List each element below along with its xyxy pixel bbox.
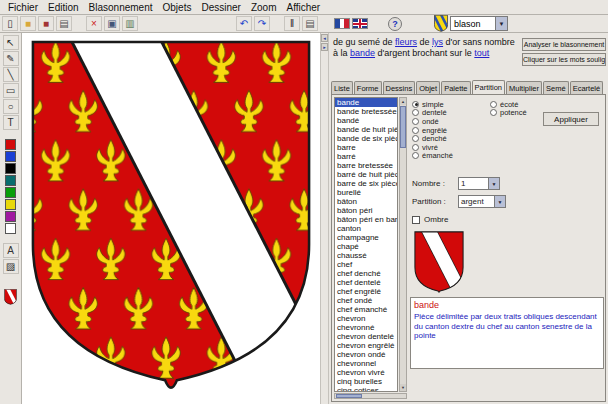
scroll-down-icon[interactable]: ▼	[400, 384, 406, 391]
list-item[interactable]: bande de huit pièces	[335, 125, 397, 134]
blazon-segment[interactable]: bande	[350, 48, 375, 58]
blazon-segment[interactable]: fleurs	[395, 37, 417, 47]
scrollbar-thumb[interactable]	[336, 394, 362, 398]
redo-icon[interactable]: ↷	[254, 16, 270, 31]
list-vertical-scrollbar[interactable]: ▲ ▼	[399, 97, 407, 392]
swatch-white[interactable]	[5, 223, 16, 234]
list-item[interactable]: barré de huit pièces	[335, 170, 397, 179]
menu-item[interactable]: Blasonnement	[84, 1, 158, 14]
line-style-radio[interactable]: vivré	[412, 143, 453, 152]
swatch-purple[interactable]	[5, 211, 16, 222]
list-item[interactable]: chevron engrêlé	[335, 341, 397, 350]
menu-item[interactable]: Dessiner	[196, 1, 245, 14]
scroll-up-icon[interactable]: ▲	[400, 98, 406, 105]
list-item[interactable]: bâton péri en barre	[335, 215, 397, 224]
new-document-icon[interactable]: ▯	[2, 16, 18, 31]
blason-combobox[interactable]: blason ▼	[450, 16, 508, 31]
menu-item[interactable]: Zoom	[246, 1, 282, 14]
tab[interactable]: Dessins	[383, 81, 416, 94]
undo-icon[interactable]: ↶	[236, 16, 252, 31]
pieces-list[interactable]: bandebande bretesséebandébande de huit p…	[334, 97, 398, 392]
list-item[interactable]: champagne	[335, 233, 397, 242]
swatch-red[interactable]	[5, 139, 16, 150]
columns-icon[interactable]: ‖	[284, 16, 300, 31]
tab[interactable]: Ecartelé	[570, 81, 604, 94]
chevron-down-icon[interactable]: ▼	[488, 178, 499, 189]
nombre-combobox[interactable]: 1 ▼	[458, 177, 500, 190]
list-item[interactable]: bande	[335, 98, 397, 107]
delete-icon[interactable]: ×	[86, 16, 102, 31]
list-item[interactable]: chef dentelé	[335, 278, 397, 287]
menu-item[interactable]: Fichier	[3, 1, 43, 14]
chevron-down-icon[interactable]: ▼	[495, 17, 507, 30]
ombre-checkbox[interactable]	[412, 216, 420, 224]
tab[interactable]: Multiplier	[506, 81, 542, 94]
chevron-down-icon[interactable]: ▼	[494, 196, 505, 207]
fill-icon[interactable]: ▨	[3, 259, 19, 274]
list-item[interactable]: chef	[335, 260, 397, 269]
tab[interactable]: Forme	[354, 81, 382, 94]
line-style-radio[interactable]: engrêlé	[412, 126, 453, 135]
tab[interactable]: Liste	[331, 81, 353, 94]
list-item[interactable]: chef ondé	[335, 296, 397, 305]
line-style-radio[interactable]: dentelé	[412, 109, 453, 118]
pencil-icon[interactable]: ✎	[3, 51, 19, 66]
tab[interactable]: Semé	[543, 81, 569, 94]
open-folder-icon[interactable]: ■	[20, 16, 36, 31]
line-style-radio[interactable]: simple	[412, 100, 453, 109]
list-item[interactable]: bâton	[335, 197, 397, 206]
print-preview-icon[interactable]: ▤	[302, 16, 318, 31]
save-icon[interactable]: ■	[38, 16, 54, 31]
swatch-black[interactable]	[5, 163, 16, 174]
list-item[interactable]: burellé	[335, 188, 397, 197]
swatch-blue[interactable]	[5, 151, 16, 162]
list-item[interactable]: barré	[335, 152, 397, 161]
french-flag-icon[interactable]	[334, 18, 350, 29]
blazon-segment[interactable]: lys	[432, 37, 443, 47]
list-item[interactable]: chapé	[335, 242, 397, 251]
list-item[interactable]: chevronnel	[335, 359, 397, 368]
drawing-canvas[interactable]	[22, 33, 320, 404]
line-style-radio[interactable]: écoté	[490, 100, 527, 109]
swatch-teal[interactable]	[5, 175, 16, 186]
list-item[interactable]: bande de six pièces	[335, 134, 397, 143]
list-item[interactable]: chef émanché	[335, 305, 397, 314]
line-style-radio[interactable]: ondé	[412, 117, 453, 126]
menu-item[interactable]: Objets	[158, 1, 197, 14]
list-item[interactable]: chef denché	[335, 269, 397, 278]
help-button[interactable]: ?	[388, 17, 402, 31]
apply-button[interactable]: Appliquer	[543, 112, 599, 126]
blazon-segment[interactable]: tout	[474, 48, 489, 58]
list-item[interactable]: bandé	[335, 116, 397, 125]
analyze-blazon-button[interactable]: Analyser le blasonnement	[522, 38, 606, 51]
line-style-radio[interactable]: potencé	[490, 109, 527, 118]
list-item[interactable]: barre de six pièces	[335, 179, 397, 188]
list-item[interactable]: bande bretessée	[335, 107, 397, 116]
collapse-left-icon[interactable]: ◂	[321, 34, 328, 42]
line-icon[interactable]: ╲	[3, 67, 19, 82]
line-style-radio[interactable]: émanché	[412, 152, 453, 161]
line-style-radio[interactable]: denché	[412, 134, 453, 143]
rectangle-icon[interactable]: ▭	[3, 83, 19, 98]
list-item[interactable]: barre bretessée	[335, 161, 397, 170]
click-underlined-words-button[interactable]: Cliquer sur les mots soulignes	[522, 53, 606, 66]
list-item[interactable]: chevron dentelé	[335, 332, 397, 341]
list-item[interactable]: bâton péri	[335, 206, 397, 215]
list-item[interactable]: chevronné	[335, 323, 397, 332]
uk-flag-icon[interactable]	[352, 18, 368, 29]
scrollbar-thumb[interactable]	[400, 106, 406, 148]
menu-item[interactable]: Afficher	[281, 1, 325, 14]
list-item[interactable]: chevron ondé	[335, 350, 397, 359]
list-horizontal-scrollbar[interactable]	[334, 393, 407, 399]
split-divider[interactable]: ◂ ▸	[320, 33, 329, 404]
partition-combobox[interactable]: argent ▼	[458, 195, 506, 208]
menu-item[interactable]: Edition	[43, 1, 84, 14]
text-icon[interactable]: T	[3, 115, 19, 130]
list-item[interactable]: chevron vivré	[335, 368, 397, 377]
tab[interactable]: Objet	[416, 81, 440, 94]
swatch-yellow[interactable]	[5, 199, 16, 210]
print-icon[interactable]: ▤	[56, 16, 72, 31]
paste-icon[interactable]: ▥	[122, 16, 138, 31]
list-item[interactable]: canton	[335, 224, 397, 233]
tab[interactable]: Partition	[472, 80, 506, 94]
